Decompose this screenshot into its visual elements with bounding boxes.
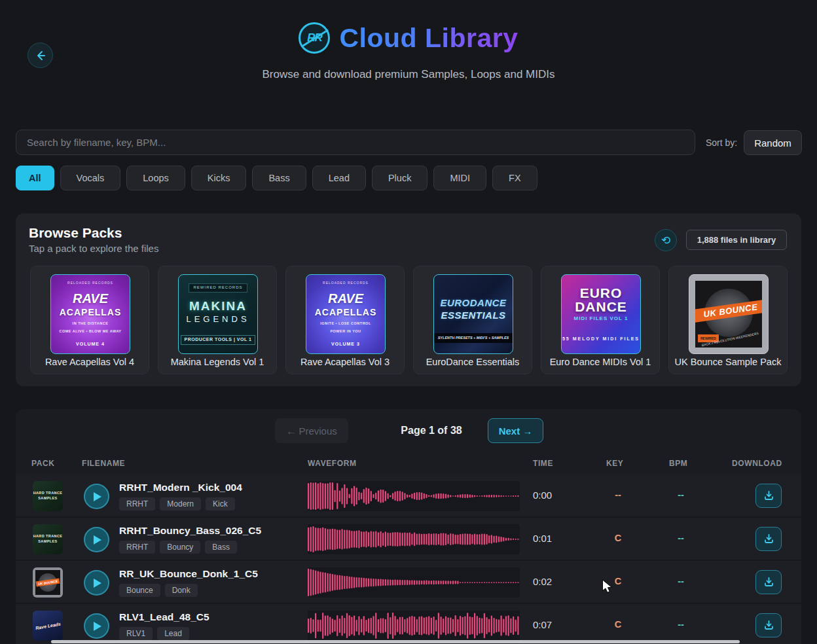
file-name: RLV1_Lead_48_C5: [119, 611, 209, 623]
tag-list: RRHTBouncyBass: [119, 541, 237, 554]
pack-thumbnail: Rave Leads: [33, 611, 63, 641]
pack-card[interactable]: RELOADED RECORDSRAVEACAPELLASIGNITE • LO…: [285, 266, 405, 374]
mouse-cursor: [602, 580, 613, 593]
refresh-button[interactable]: ⟲: [655, 229, 677, 251]
key-value: C: [602, 619, 634, 630]
download-icon: [763, 620, 774, 631]
waveform-cell[interactable]: [308, 567, 520, 598]
cover-text-line: IN THE DISTANCE: [73, 321, 109, 326]
file-name: RRHT_Modern _Kick_004: [119, 482, 242, 493]
files-count-badge: 1,888 files in library: [686, 230, 787, 250]
key-value: C: [602, 533, 634, 543]
pack-card[interactable]: REWIRED RECORDSMAKINALEGENDSPRODUCER TOO…: [158, 266, 277, 374]
column-header-download: DOWNLOAD: [732, 459, 782, 468]
time-value: 0:01: [533, 533, 552, 544]
column-header-waveform: WAVEFORM: [308, 459, 357, 468]
pack-cover-art: REWIRED RECORDSMAKINALEGENDSPRODUCER TOO…: [178, 274, 258, 354]
play-button[interactable]: [84, 484, 109, 509]
play-button[interactable]: [84, 613, 109, 639]
cover-text-line: PRODUCER TOOLS | VOL 1: [181, 335, 256, 345]
pack-cover-art: EURODANCEMIDI FILES VOL 155 MELODY MIDI …: [561, 274, 641, 354]
filter-chip-all[interactable]: All: [16, 166, 54, 190]
column-header-time: TIME: [533, 459, 553, 468]
pack-name-label: Euro Dance MIDIs Vol 1: [541, 357, 659, 367]
pack-card[interactable]: EURODANCEMIDI FILES VOL 155 MELODY MIDI …: [541, 266, 660, 374]
time-value: 0:02: [533, 576, 552, 587]
pack-card[interactable]: EURODANCEESSENTIALSSYLENTH PRESETS + MID…: [413, 266, 532, 374]
pack-grid: RELOADED RECORDSRAVEACAPELLASIN THE DIST…: [30, 266, 788, 374]
download-button[interactable]: [755, 527, 782, 551]
tag-chip: RLV1: [119, 627, 153, 640]
waveform-cell[interactable]: [308, 611, 520, 641]
waveform-graphic: [308, 567, 520, 598]
page-header: RR Cloud Library Browse and download pre…: [0, 22, 817, 81]
previous-page-button[interactable]: ← Previous: [275, 418, 348, 443]
tag-chip: Bounce: [119, 584, 160, 597]
filter-chip-vocals[interactable]: Vocals: [60, 166, 121, 190]
download-button[interactable]: [755, 570, 782, 594]
table-row: Rave LeadsRLV1_Lead_48_C5RLV1Lead0:07C--: [16, 604, 801, 644]
tag-chip: Lead: [157, 627, 189, 640]
cover-text-line: REWIRED RECORDS: [189, 283, 247, 293]
pack-card[interactable]: RELOADED RECORDSRAVEACAPELLASIN THE DIST…: [30, 266, 149, 374]
column-header-key: KEY: [606, 459, 623, 468]
cover-text-line: ACAPELLAS: [315, 307, 377, 319]
filter-chip-lead[interactable]: Lead: [312, 166, 366, 190]
key-value: --: [602, 490, 634, 500]
waveform-graphic: [308, 611, 520, 641]
pack-name-label: EuroDance Essentials: [414, 357, 532, 367]
filter-chip-kicks[interactable]: Kicks: [191, 166, 247, 190]
play-button[interactable]: [84, 527, 109, 552]
pack-name-label: Rave Acapellas Vol 3: [286, 357, 404, 367]
cover-text-line: RAVE: [328, 291, 363, 307]
cover-text-line: SYLENTH PRESETS + MIDI'S + SAMPLES: [434, 333, 513, 343]
download-button[interactable]: [755, 613, 782, 637]
filter-chip-bar: AllVocalsLoopsKicksBassLeadPluckMIDIFX: [16, 166, 537, 190]
pack-name-label: UK Bounce Sample Pack: [669, 357, 787, 367]
cover-text-line: RELOADED RECORDS: [67, 281, 113, 285]
cover-text-line: MIDI FILES VOL 1: [574, 315, 628, 322]
tag-chip: Modern: [160, 497, 201, 510]
sort-button[interactable]: Random: [744, 130, 802, 155]
table-row: UK BOUNCERR_UK_Bounce_Donk_1_C5BounceDon…: [16, 561, 801, 604]
sort-by-label: Sort by:: [706, 137, 737, 148]
pack-cover-art: EURODANCEESSENTIALSSYLENTH PRESETS + MID…: [433, 274, 513, 354]
files-table-panel: ← Previous Page 1 of 38 Next → PACK FILE…: [16, 409, 801, 644]
refresh-icon: ⟲: [661, 234, 670, 247]
waveform-cell[interactable]: [308, 524, 520, 554]
cover-text-line: EURO: [580, 286, 623, 300]
tag-chip: Donk: [165, 584, 198, 597]
play-icon: [94, 535, 101, 545]
filter-chip-bass[interactable]: Bass: [252, 166, 306, 190]
column-header-pack: PACK: [31, 459, 55, 468]
download-button[interactable]: [755, 484, 782, 508]
pack-card[interactable]: UK BOUNCEREWIREDBACK 2 REVOLUTION WEEKEN…: [668, 266, 788, 374]
browse-packs-panel: Browse Packs Tap a pack to explore the f…: [16, 213, 801, 386]
download-icon: [763, 490, 774, 501]
horizontal-scrollbar[interactable]: [51, 640, 740, 643]
pack-cover-art: RELOADED RECORDSRAVEACAPELLASIGNITE • LO…: [306, 274, 386, 354]
pack-name-label: Rave Acapellas Vol 4: [31, 357, 149, 367]
bpm-value: --: [664, 490, 697, 500]
time-value: 0:07: [533, 619, 552, 630]
filter-chip-fx[interactable]: FX: [492, 166, 537, 190]
filter-chip-loops[interactable]: Loops: [126, 166, 185, 190]
thumb-text: HARD TRANCE SAMPLES: [33, 491, 63, 501]
play-icon: [94, 492, 101, 501]
page-subtitle: Browse and download premium Samples, Loo…: [0, 68, 817, 81]
tag-chip: RRHT: [119, 541, 155, 554]
pack-cover-art: UK BOUNCEREWIREDBACK 2 REVOLUTION WEEKEN…: [689, 274, 769, 354]
play-icon: [94, 622, 101, 631]
pack-thumbnail: HARD TRANCE SAMPLES: [33, 481, 63, 511]
cover-text-line: 55 MELODY MIDI FILES: [562, 336, 640, 342]
next-page-button[interactable]: Next →: [488, 418, 543, 443]
filter-chip-midi[interactable]: MIDI: [433, 166, 486, 190]
waveform-cell[interactable]: [308, 481, 520, 511]
filter-chip-pluck[interactable]: Pluck: [372, 166, 427, 190]
column-header-bpm: BPM: [669, 459, 687, 468]
search-input[interactable]: [16, 130, 695, 155]
file-name: RRHT_Bouncy_Bass_026_C5: [119, 525, 261, 537]
tag-list: RLV1Lead: [119, 627, 189, 640]
play-button[interactable]: [84, 570, 109, 596]
thumb-text: HARD TRANCE SAMPLES: [33, 534, 63, 544]
